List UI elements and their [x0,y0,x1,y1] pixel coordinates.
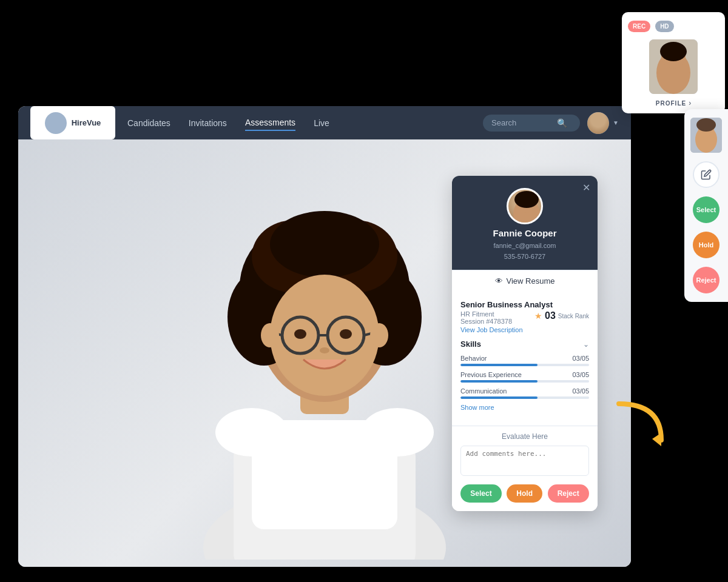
session-number: Session #478378 [460,318,512,325]
star-icon: ★ [534,311,542,321]
job-title: Senior Business Analyst [460,300,589,309]
search-icon: 🔍 [557,118,567,128]
profile-link-arrow: › [689,99,691,107]
rank-number: 03 [545,310,556,321]
rank-label: Stack Rank [558,313,589,319]
candidate-video [149,147,500,560]
select-button[interactable]: Select [460,484,501,503]
logo-text: HireVue [72,118,101,127]
action-buttons: Select Hold Reject [460,484,589,503]
svg-point-18 [320,347,329,353]
svg-point-9 [270,211,379,278]
panel-select-label: Select [696,206,716,213]
skill-experience-fill [460,380,538,383]
nav-links: Candidates Invitations Assessments Live [127,115,483,131]
search-input[interactable] [491,118,552,127]
right-action-panel: Select Hold Reject [684,109,728,302]
skill-communication-bar [460,396,589,399]
svg-marker-35 [652,433,661,446]
profile-card-close-button[interactable]: ✕ [582,182,590,193]
candidate-name: Fannie Cooper [493,228,556,238]
nav-live[interactable]: Live [314,116,329,130]
skill-communication-name: Communication [460,387,507,395]
svg-point-34 [696,118,716,132]
nav-assessments[interactable]: Assessments [245,115,295,131]
svg-point-17 [340,329,352,339]
svg-point-30 [660,42,687,61]
recording-badges: REC HD [628,18,719,35]
view-job-description-link[interactable]: View Job Description [460,326,589,333]
candidate-avatar [507,188,543,224]
skill-behavior-name: Behavior [460,355,487,362]
profile-card: ✕ Fannie Cooper fannie_c@gmail.com 535-5… [452,176,598,511]
evaluate-title: Evaluate Here [460,432,589,441]
svg-point-22 [215,408,288,457]
skills-header: Skills ⌄ [460,340,589,349]
panel-reject-button[interactable]: Reject [693,267,720,293]
evaluate-textarea[interactable] [460,446,589,476]
nav-candidates[interactable]: Candidates [127,116,170,130]
second-candidate-thumbnail [690,118,722,153]
candidate-phone: 535-570-6727 [504,253,546,260]
job-meta: HR Fitment Session #478378 ★ 03 Stack Ra… [460,310,589,325]
skill-behavior-score: 03/05 [572,355,589,362]
rec-badge: REC [628,21,650,32]
panel-hold-button[interactable]: Hold [693,232,720,258]
svg-point-23 [361,408,434,457]
main-container: HireVue Candidates Invitations Assessmen… [18,106,631,567]
skill-communication-score: 03/05 [572,387,589,395]
svg-point-20 [370,323,388,347]
skill-experience-score: 03/05 [572,371,589,378]
nav-dropdown-arrow[interactable]: ▼ [613,119,619,126]
stack-rank: ★ 03 Stack Rank [534,310,589,321]
view-resume-label: View Resume [507,276,555,286]
profile-body: Senior Business Analyst HR Fitment Sessi… [452,292,598,420]
top-right-card: REC HD PROFILE › [622,12,725,113]
navbar-logo: HireVue [30,106,115,139]
panel-select-button[interactable]: Select [693,196,720,223]
skill-experience-bar [460,380,589,383]
nav-search-box[interactable]: 🔍 [483,115,580,132]
svg-point-16 [294,329,306,339]
svg-point-19 [261,323,279,347]
show-more-link[interactable]: Show more [460,404,589,411]
skill-communication: Communication 03/05 [460,387,589,399]
skills-section: Skills ⌄ Behavior 03/05 [460,340,589,411]
edit-button[interactable] [693,161,720,188]
panel-reject-label: Reject [696,276,716,284]
nav-invitations[interactable]: Invitations [189,116,227,130]
panel-hold-label: Hold [699,241,713,249]
candidate-silhouette [173,147,476,560]
candidate-email: fannie_c@gmail.com [494,242,556,249]
navbar: HireVue Candidates Invitations Assessmen… [18,106,631,139]
profile-card-header: ✕ Fannie Cooper fannie_c@gmail.com 535-5… [452,176,598,270]
skill-experience-name: Previous Experience [460,371,522,378]
evaluate-section: Evaluate Here Select Hold Reject [452,432,598,511]
profile-link-label: PROFILE [656,100,686,107]
profile-link[interactable]: PROFILE › [656,99,691,107]
nav-user-avatar[interactable] [587,112,609,134]
top-right-person-thumbnail [649,39,698,94]
hr-fitment: HR Fitment [460,310,512,318]
skills-chevron-icon[interactable]: ⌄ [583,340,589,349]
logo-icon [45,112,67,134]
card-divider [452,426,598,426]
skill-communication-fill [460,396,538,399]
skill-experience: Previous Experience 03/05 [460,371,589,383]
skill-behavior: Behavior 03/05 [460,355,589,366]
nav-avatar-image [587,112,609,134]
skill-behavior-fill [460,364,538,366]
eye-icon: 👁 [495,276,503,286]
skills-title: Skills [460,340,481,349]
video-area: ✕ Fannie Cooper fannie_c@gmail.com 535-5… [18,139,631,567]
hold-button[interactable]: Hold [507,484,542,503]
hd-badge: HD [655,21,673,32]
view-resume-button[interactable]: 👁 View Resume [452,270,598,292]
reject-button[interactable]: Reject [548,484,589,503]
svg-point-26 [514,191,539,208]
skill-behavior-bar [460,364,589,366]
